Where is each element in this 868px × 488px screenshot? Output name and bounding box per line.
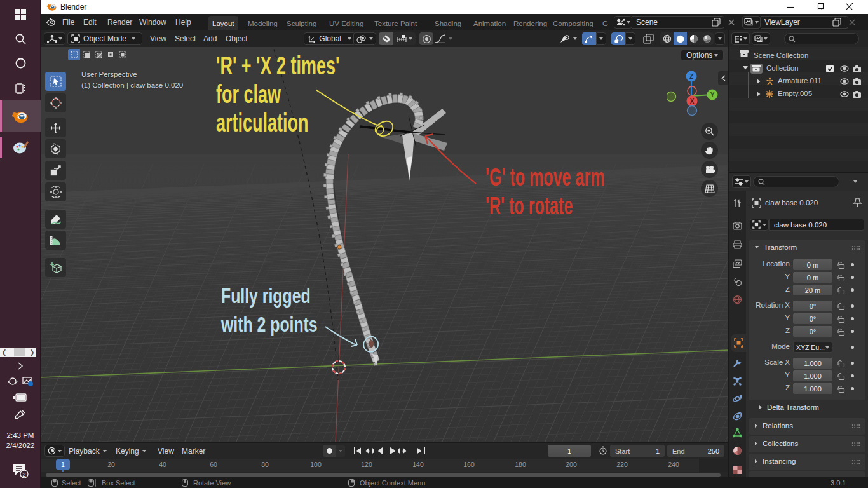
svg-text:Z: Z xyxy=(689,73,693,80)
svg-text:2: 2 xyxy=(22,471,25,478)
svg-text:Y: Y xyxy=(710,92,715,98)
svg-text:X: X xyxy=(690,98,695,105)
